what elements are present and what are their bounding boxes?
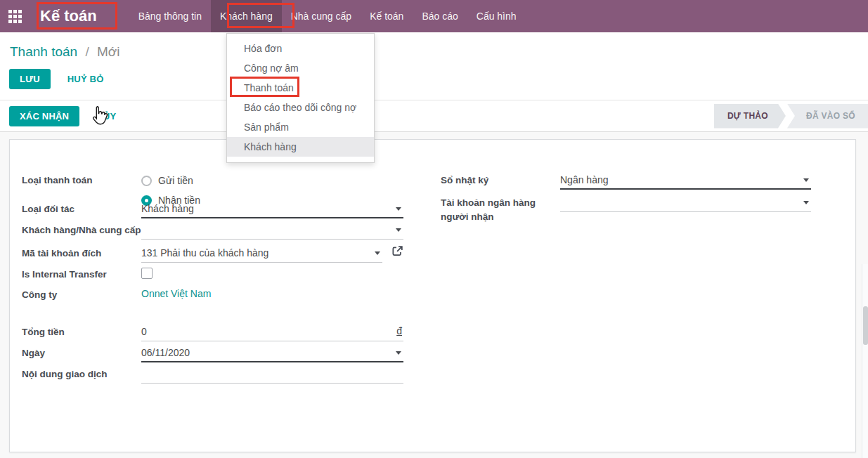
- menu-bang-thong-tin[interactable]: Bảng thông tin: [129, 0, 211, 32]
- date-field: [141, 344, 403, 362]
- menu-nha-cung-cap[interactable]: Nhà cung cấp: [282, 0, 361, 32]
- khach-hang-dropdown-menu: Hóa đơn Công nợ âm Thanh toán Báo cáo th…: [226, 33, 375, 163]
- dropdown-item-hoa-don[interactable]: Hóa đơn: [227, 39, 374, 58]
- chevron-down-icon[interactable]: [803, 201, 809, 204]
- chevron-down-icon[interactable]: [375, 251, 380, 255]
- memo-label: Nội dung giao dịch: [22, 365, 141, 381]
- control-panel: Thanh toán / Mới LƯU HUỶ BỎ: [0, 32, 868, 100]
- form-left-column: Loại thanh toán Gửi tiền Nhận tiền Loại: [22, 171, 403, 386]
- partner-type-field: [141, 199, 403, 218]
- journal-field: [560, 171, 811, 190]
- payment-type-radios: Gửi tiền Nhận tiền: [141, 171, 403, 190]
- dropdown-item-khach-hang[interactable]: Khách hàng: [227, 137, 374, 157]
- recipient-bank-label: Tài khoản ngân hàng người nhận: [441, 193, 560, 223]
- chevron-down-icon[interactable]: [396, 228, 401, 232]
- apps-grid-icon[interactable]: [8, 10, 22, 23]
- top-menu: Bảng thông tin Khách hàng Nhà cung cấp K…: [129, 0, 526, 32]
- recipient-bank-field: [560, 193, 811, 212]
- breadcrumb-separator: /: [85, 44, 89, 59]
- partner-type-input[interactable]: [141, 199, 403, 216]
- company-link[interactable]: Onnet Việt Nam: [141, 285, 211, 299]
- save-button[interactable]: LƯU: [9, 69, 51, 89]
- breadcrumb-current: Mới: [97, 44, 120, 59]
- recipient-bank-input[interactable]: [560, 193, 811, 210]
- journal-input[interactable]: [560, 171, 811, 188]
- destination-account-input[interactable]: [141, 244, 382, 261]
- statusbar: DỰ THẢO ĐÃ VÀO SỔ: [714, 104, 868, 129]
- dropdown-item-san-pham[interactable]: Sản phẩm: [227, 117, 374, 137]
- discard-button[interactable]: HUỶ BỎ: [67, 74, 104, 84]
- stage-draft[interactable]: DỰ THẢO: [714, 104, 786, 129]
- breadcrumb: Thanh toán / Mới: [0, 32, 868, 60]
- menu-cau-hinh[interactable]: Cấu hình: [467, 0, 526, 32]
- internal-transfer-label: Is Internal Transfer: [22, 265, 141, 282]
- date-input[interactable]: [141, 344, 403, 360]
- currency-symbol[interactable]: đ: [396, 325, 402, 336]
- scrollbar-thumb[interactable]: [863, 306, 868, 345]
- menu-ke-toan[interactable]: Kế toán: [361, 0, 413, 32]
- radio-option-send-money[interactable]: Gửi tiền: [141, 171, 403, 190]
- top-navbar: Kế toán Bảng thông tin Khách hàng Nhà cu…: [0, 0, 868, 32]
- amount-field: đ: [141, 322, 403, 341]
- memo-input[interactable]: [141, 365, 403, 381]
- journal-label: Sổ nhật ký: [441, 171, 560, 188]
- external-link-icon[interactable]: [391, 245, 403, 260]
- partner-type-label: Loại đối tác: [22, 199, 141, 216]
- partner-input[interactable]: [141, 221, 403, 237]
- chevron-down-icon[interactable]: [396, 207, 401, 211]
- stage-posted[interactable]: ĐÃ VÀO SỔ: [787, 104, 868, 129]
- content-area: Loại thanh toán Gửi tiền Nhận tiền Loại: [0, 132, 868, 458]
- menu-bao-cao[interactable]: Báo cáo: [413, 0, 467, 32]
- dropdown-item-cong-no-am[interactable]: Công nợ âm: [227, 58, 374, 78]
- radio-unselected-icon[interactable]: [141, 176, 152, 186]
- amount-input[interactable]: [141, 322, 403, 339]
- confirm-button[interactable]: XÁC NHẬN: [9, 106, 79, 126]
- company-label: Công ty: [22, 285, 141, 302]
- memo-field: [141, 365, 403, 384]
- destination-account-label: Mã tài khoản đích: [22, 244, 141, 261]
- cancel-button[interactable]: HỦY: [96, 111, 116, 122]
- form-right-column: Sổ nhật ký Tài khoản ngân hàng người nhậ…: [441, 171, 811, 386]
- destination-account-field: [141, 244, 382, 263]
- menu-khach-hang[interactable]: Khách hàng: [211, 0, 282, 32]
- dropdown-item-bao-cao-theo-doi-cong-no[interactable]: Báo cáo theo dõi công nợ: [227, 98, 374, 117]
- internal-transfer-checkbox[interactable]: [141, 268, 153, 279]
- app-brand-ke-toan[interactable]: Kế toán: [40, 7, 97, 25]
- date-label: Ngày: [22, 344, 141, 360]
- partner-field: [141, 221, 403, 240]
- form-statusbar-row: XÁC NHẬN HỦY DỰ THẢO ĐÃ VÀO SỔ: [0, 100, 868, 132]
- dropdown-item-thanh-toan[interactable]: Thanh toán: [227, 78, 374, 98]
- radio-label-send-money: Gửi tiền: [158, 175, 193, 186]
- vertical-scrollbar[interactable]: [862, 264, 868, 458]
- amount-label: Tổng tiền: [22, 322, 141, 339]
- breadcrumb-parent[interactable]: Thanh toán: [10, 44, 77, 59]
- form-sheet: Loại thanh toán Gửi tiền Nhận tiền Loại: [9, 139, 856, 452]
- chevron-down-icon[interactable]: [803, 178, 809, 182]
- partner-label: Khách hàng/Nhà cung cấp: [22, 221, 141, 237]
- chevron-down-icon[interactable]: [396, 351, 401, 355]
- payment-type-label: Loại thanh toán: [22, 171, 141, 188]
